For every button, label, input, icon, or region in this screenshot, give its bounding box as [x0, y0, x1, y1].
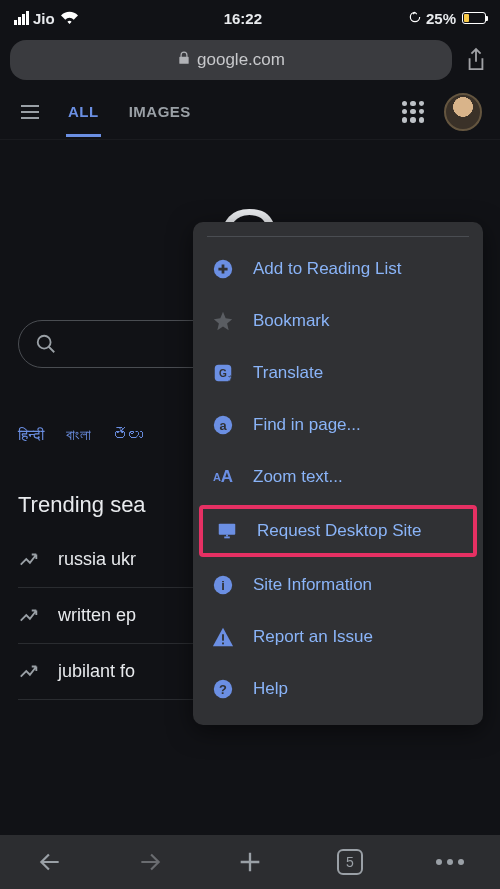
clock: 16:22	[224, 10, 262, 27]
zoom-text-icon: AA	[211, 465, 235, 489]
star-icon	[211, 309, 235, 333]
url-bar-row: google.com	[0, 36, 500, 84]
avatar[interactable]	[444, 93, 482, 131]
new-tab-button[interactable]	[229, 841, 271, 883]
status-left: Jio	[14, 10, 78, 27]
tabs-button[interactable]: 5	[329, 841, 371, 883]
menu-label: Site Information	[253, 575, 372, 595]
tab-count: 5	[337, 849, 363, 875]
browser-toolbar: 5	[0, 835, 500, 889]
svg-rect-13	[222, 643, 224, 645]
lang-link[interactable]: తెలు	[113, 426, 143, 444]
menu-label: Add to Reading List	[253, 259, 401, 279]
dots-icon	[436, 859, 464, 865]
trend-up-icon	[18, 549, 40, 571]
trending-label: jubilant fo	[58, 661, 135, 682]
lang-link[interactable]: বাংলা	[66, 426, 91, 444]
menu-report-issue[interactable]: Report an Issue	[193, 611, 483, 663]
overflow-menu: Add to Reading List Bookmark G文 Translat…	[193, 222, 483, 725]
svg-point-0	[38, 336, 51, 349]
help-icon: ?	[211, 677, 235, 701]
menu-label: Request Desktop Site	[257, 521, 421, 541]
back-button[interactable]	[29, 841, 71, 883]
menu-translate[interactable]: G文 Translate	[193, 347, 483, 399]
trend-up-icon	[18, 605, 40, 627]
svg-text:G: G	[219, 368, 227, 379]
info-icon: i	[211, 573, 235, 597]
tab-all[interactable]: ALL	[68, 103, 99, 120]
status-bar: Jio 16:22 25%	[0, 0, 500, 36]
rotation-lock-icon	[408, 10, 422, 27]
trending-label: written ep	[58, 605, 136, 626]
svg-rect-7	[219, 524, 236, 535]
svg-rect-12	[222, 634, 224, 640]
lang-link[interactable]: हिन्दी	[18, 426, 44, 444]
svg-text:a: a	[219, 418, 227, 433]
svg-rect-8	[224, 537, 230, 539]
wifi-icon	[61, 10, 78, 27]
url-bar[interactable]: google.com	[10, 40, 452, 80]
battery-icon	[462, 12, 486, 24]
trending-label: russia ukr	[58, 549, 136, 570]
menu-site-information[interactable]: i Site Information	[193, 559, 483, 611]
signal-icon	[14, 11, 29, 25]
svg-text:?: ?	[219, 682, 227, 697]
menu-add-reading-list[interactable]: Add to Reading List	[193, 243, 483, 295]
battery-percent: 25%	[426, 10, 456, 27]
forward-button[interactable]	[129, 841, 171, 883]
nav-tabs: ALL IMAGES	[68, 103, 191, 120]
svg-rect-9	[226, 535, 228, 537]
url-host: google.com	[197, 50, 285, 70]
trend-up-icon	[18, 661, 40, 683]
menu-bookmark[interactable]: Bookmark	[193, 295, 483, 347]
menu-request-desktop-site[interactable]: Request Desktop Site	[199, 505, 477, 557]
plus-circle-icon	[211, 257, 235, 281]
menu-label: Zoom text...	[253, 467, 343, 487]
svg-text:i: i	[221, 578, 225, 593]
menu-help[interactable]: ? Help	[193, 663, 483, 715]
svg-text:文: 文	[228, 374, 234, 381]
menu-label: Help	[253, 679, 288, 699]
carrier-label: Jio	[33, 10, 55, 27]
menu-label: Report an Issue	[253, 627, 373, 647]
translate-icon: G文	[211, 361, 235, 385]
google-header: ALL IMAGES	[0, 84, 500, 140]
search-icon	[35, 333, 57, 355]
find-icon: a	[211, 413, 235, 437]
desktop-icon	[215, 519, 239, 543]
menu-find-in-page[interactable]: a Find in page...	[193, 399, 483, 451]
apps-icon[interactable]	[402, 101, 424, 123]
menu-label: Translate	[253, 363, 323, 383]
tab-images[interactable]: IMAGES	[129, 103, 191, 120]
status-right: 25%	[408, 10, 486, 27]
menu-zoom-text[interactable]: AA Zoom text...	[193, 451, 483, 503]
warning-icon	[211, 625, 235, 649]
menu-separator	[207, 236, 469, 237]
menu-icon[interactable]	[18, 100, 42, 124]
lock-icon	[177, 50, 191, 70]
share-button[interactable]	[462, 46, 490, 74]
menu-label: Bookmark	[253, 311, 330, 331]
menu-label: Find in page...	[253, 415, 361, 435]
more-button[interactable]	[429, 841, 471, 883]
